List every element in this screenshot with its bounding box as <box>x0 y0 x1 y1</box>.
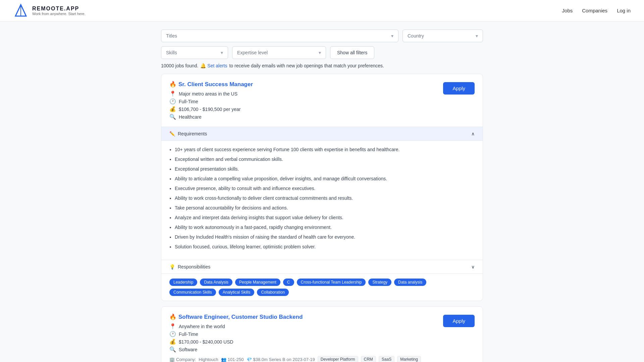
clock-icon-1: 🕐 <box>169 98 176 105</box>
skills-filter[interactable]: Skills ▾ <box>161 46 228 59</box>
logo-area: REMOOTE.APP Work from anywhere. Start he… <box>13 3 86 18</box>
company-size-badge: 👥 101-250 <box>221 357 244 362</box>
skill-tag-collaboration[interactable]: Collaboration <box>257 289 289 296</box>
job-meta-1: 📍 Major metro areas in the US 🕐 Full-Tim… <box>169 90 436 120</box>
requirements-title-1: ✏️ Requirements <box>169 131 207 136</box>
company-icon: 🏢 <box>169 357 175 362</box>
set-alerts-link[interactable]: 🔔 Set alerts <box>200 63 227 68</box>
req-item: 10+ years of client success experience s… <box>175 146 475 153</box>
responsibilities-header-1[interactable]: 💡 Responsibilities ∨ <box>161 260 483 274</box>
req-item: Ability to work cross-functionally to de… <box>175 195 475 202</box>
clock-icon-2: 🕐 <box>169 331 176 337</box>
job-location-1: 📍 Major metro areas in the US <box>169 90 436 97</box>
job-card-2: 🔥 Software Engineer, Customer Studio Bac… <box>161 306 483 362</box>
country-label: Country <box>408 33 424 39</box>
skill-tag-leadership[interactable]: Leadership <box>169 279 197 286</box>
industry-icon-1: 🔍 <box>169 114 176 120</box>
apply-button-1[interactable]: Apply <box>443 82 475 95</box>
requirements-list-1: 10+ years of client success experience s… <box>161 140 483 260</box>
skills-chevron-icon: ▾ <box>221 50 223 55</box>
job-location-2: 📍 Anywhere in the world <box>169 323 436 329</box>
expertise-chevron-icon: ▾ <box>319 50 321 55</box>
results-info: 10000 jobs found. 🔔 Set alerts to receiv… <box>161 63 483 68</box>
company-info-2: 🏢 Company: Hightouch 👥 101-250 💎 $38.0m … <box>169 356 436 362</box>
skills-row-1: Leadership Data Analysis People Manageme… <box>161 274 483 301</box>
job-info-2: 🔥 Software Engineer, Customer Studio Bac… <box>169 313 436 362</box>
job-title-1[interactable]: 🔥 Sr. Client Success Manager <box>169 81 436 88</box>
company-tag-saas[interactable]: SaaS <box>379 356 394 362</box>
results-suffix: to receive daily emails with new job ope… <box>229 63 384 68</box>
money-icon-1: 💰 <box>169 106 176 112</box>
country-chevron-icon: ▾ <box>476 33 478 39</box>
job-info-1: 🔥 Sr. Client Success Manager 📍 Major met… <box>169 81 436 120</box>
job-header-2: 🔥 Software Engineer, Customer Studio Bac… <box>161 307 483 362</box>
filters-row-1: Titles ▾ Country ▾ <box>161 29 483 42</box>
job-salary-1: 💰 $106,700 - $190,500 per year <box>169 106 436 112</box>
responsibilities-title-1: 💡 Responsibilities <box>169 264 210 269</box>
skill-tag-c[interactable]: C <box>283 279 294 286</box>
logo-tagline: Work from anywhere. Start here. <box>32 12 86 16</box>
req-item: Ability to work autonomously in a fast-p… <box>175 224 475 231</box>
req-item: Executive presence, ability to consult w… <box>175 185 475 192</box>
industry-icon-2: 🔍 <box>169 346 176 353</box>
apply-button-2[interactable]: Apply <box>443 315 475 327</box>
skills-label: Skills <box>166 50 177 55</box>
requirements-header-1[interactable]: ✏️ Requirements ∧ <box>161 127 483 140</box>
skill-tag-people-management[interactable]: People Management <box>235 279 280 286</box>
company-funding-badge: 💎 $38.0m Series B on 2023-07-19 <box>247 357 315 362</box>
show-all-filters-button[interactable]: Show all filters <box>330 46 374 59</box>
company-tag-crm[interactable]: CRM <box>361 356 376 362</box>
skill-tag-cross-functional[interactable]: Cross-functional Team Leadership <box>297 279 366 286</box>
funding-icon: 💎 <box>247 357 252 362</box>
req-item: Analyze and interpret data deriving insi… <box>175 214 475 221</box>
requirements-collapse-icon-1: ∧ <box>471 131 475 136</box>
job-type-2: 🕐 Full-Time <box>169 331 436 337</box>
nav-login[interactable]: Log in <box>617 8 631 13</box>
titles-label: Titles <box>166 33 177 39</box>
logo-icon <box>13 3 28 18</box>
responsibilities-section-1: 💡 Responsibilities ∨ <box>161 260 483 274</box>
skill-tag-data-analysis[interactable]: Data Analysis <box>200 279 232 286</box>
job-title-2[interactable]: 🔥 Software Engineer, Customer Studio Bac… <box>169 313 436 320</box>
expertise-filter[interactable]: Expertise level ▾ <box>232 46 326 59</box>
money-icon-2: 💰 <box>169 339 176 345</box>
location-icon-2: 📍 <box>169 323 176 329</box>
nav-links: Jobs Companies Log in <box>562 8 631 13</box>
req-item: Ability to articulate a compelling value… <box>175 175 475 182</box>
req-item: Take personal accountability for decisio… <box>175 204 475 212</box>
job-header-1: 🔥 Sr. Client Success Manager 📍 Major met… <box>161 74 483 127</box>
job-industry-1: 🔍 Healthcare <box>169 114 436 120</box>
pencil-icon-1: ✏️ <box>169 131 175 136</box>
titles-chevron-icon: ▾ <box>391 33 393 39</box>
navbar: REMOOTE.APP Work from anywhere. Start he… <box>0 0 644 21</box>
skill-tag-analytical[interactable]: Analytical Skills <box>219 289 255 296</box>
job-title-emoji-1: 🔥 <box>169 81 176 88</box>
req-item: Exceptional presentation skills. <box>175 166 475 173</box>
job-card-1: 🔥 Sr. Client Success Manager 📍 Major met… <box>161 74 483 301</box>
country-filter[interactable]: Country ▾ <box>402 29 483 42</box>
job-industry-2: 🔍 Software <box>169 346 436 353</box>
main-content: Titles ▾ Country ▾ Skills ▾ Expertise le… <box>154 21 490 362</box>
titles-filter[interactable]: Titles ▾ <box>161 29 398 42</box>
skill-tag-data-analysis-2[interactable]: Data analysis <box>394 279 426 286</box>
logo-text: REMOOTE.APP Work from anywhere. Start he… <box>32 6 86 16</box>
req-item: Exceptional written and verbal communica… <box>175 156 475 163</box>
expertise-label: Expertise level <box>237 50 268 55</box>
nav-jobs[interactable]: Jobs <box>562 8 573 13</box>
company-tag-marketing[interactable]: Marketing <box>397 356 421 362</box>
skill-tag-communication[interactable]: Communication Skills <box>169 289 216 296</box>
job-title-emoji-2: 🔥 <box>169 313 176 320</box>
nav-companies[interactable]: Companies <box>582 8 607 13</box>
filters-row-2: Skills ▾ Expertise level ▾ Show all filt… <box>161 46 483 59</box>
location-icon-1: 📍 <box>169 90 176 97</box>
job-meta-2: 📍 Anywhere in the world 🕐 Full-Time 💰 $1… <box>169 323 436 362</box>
bulb-icon-1: 💡 <box>169 264 175 269</box>
job-type-1: 🕐 Full-Time <box>169 98 436 105</box>
req-item: Solution focused, curious, lifelong lear… <box>175 243 475 250</box>
people-icon: 👥 <box>221 357 226 362</box>
req-item: Driven by Included Health's mission of r… <box>175 234 475 241</box>
job-salary-2: 💰 $170,000 - $240,000 USD <box>169 339 436 345</box>
requirements-section-1: ✏️ Requirements ∧ 10+ years of client su… <box>161 127 483 260</box>
skill-tag-strategy[interactable]: Strategy <box>368 279 391 286</box>
company-tag-developer-platform[interactable]: Developer Platform <box>318 356 358 362</box>
